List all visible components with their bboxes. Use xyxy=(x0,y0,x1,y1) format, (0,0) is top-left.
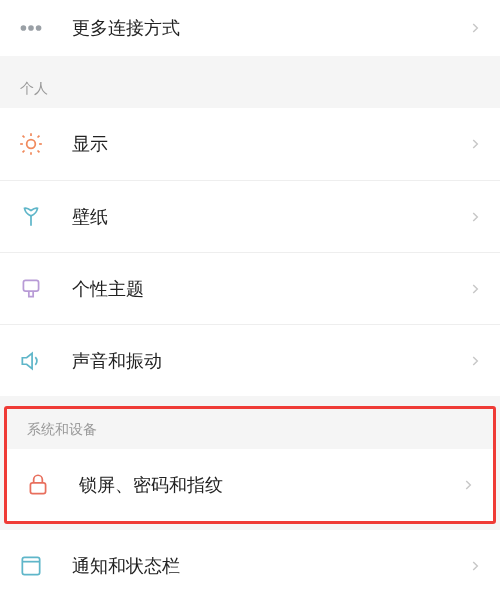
row-label: 锁屏、密码和指纹 xyxy=(65,473,461,497)
row-label: 壁纸 xyxy=(58,205,468,229)
row-label: 更多连接方式 xyxy=(58,16,468,40)
chevron-right-icon xyxy=(468,555,482,577)
notification-icon xyxy=(18,553,58,579)
lock-icon xyxy=(25,472,65,498)
sun-icon xyxy=(18,131,58,157)
chevron-right-icon xyxy=(468,133,482,155)
svg-line-11 xyxy=(38,136,40,138)
svg-rect-14 xyxy=(30,483,45,494)
tulip-icon xyxy=(18,204,58,230)
chevron-right-icon xyxy=(468,17,482,39)
row-theme[interactable]: 个性主题 xyxy=(0,252,500,324)
section-header-system: 系统和设备 xyxy=(7,409,493,449)
section-header-personal: 个人 xyxy=(0,66,500,108)
row-display[interactable]: 显示 xyxy=(0,108,500,180)
row-sound[interactable]: 声音和振动 xyxy=(0,324,500,396)
svg-point-2 xyxy=(37,26,40,29)
row-label: 个性主题 xyxy=(58,277,468,301)
row-label: 通知和状态栏 xyxy=(58,554,468,578)
row-label: 显示 xyxy=(58,132,468,156)
speaker-icon xyxy=(18,348,58,374)
svg-rect-15 xyxy=(22,557,39,574)
brush-icon xyxy=(18,276,58,302)
svg-line-7 xyxy=(38,151,40,153)
svg-marker-13 xyxy=(22,353,32,368)
chevron-right-icon xyxy=(468,278,482,300)
svg-rect-12 xyxy=(23,280,38,291)
row-label: 声音和振动 xyxy=(58,349,468,373)
svg-line-10 xyxy=(23,151,25,153)
more-icon xyxy=(18,15,58,41)
row-lock[interactable]: 锁屏、密码和指纹 xyxy=(7,449,493,521)
chevron-right-icon xyxy=(468,206,482,228)
row-wallpaper[interactable]: 壁纸 xyxy=(0,180,500,252)
chevron-right-icon xyxy=(461,474,475,496)
row-notification[interactable]: 通知和状态栏 xyxy=(0,530,500,594)
highlight-lock-section: 系统和设备 锁屏、密码和指纹 xyxy=(4,406,496,524)
svg-point-0 xyxy=(22,26,25,29)
svg-line-6 xyxy=(23,136,25,138)
svg-point-1 xyxy=(29,26,32,29)
chevron-right-icon xyxy=(468,350,482,372)
svg-point-3 xyxy=(27,140,36,149)
row-more-connections[interactable]: 更多连接方式 xyxy=(0,0,500,56)
